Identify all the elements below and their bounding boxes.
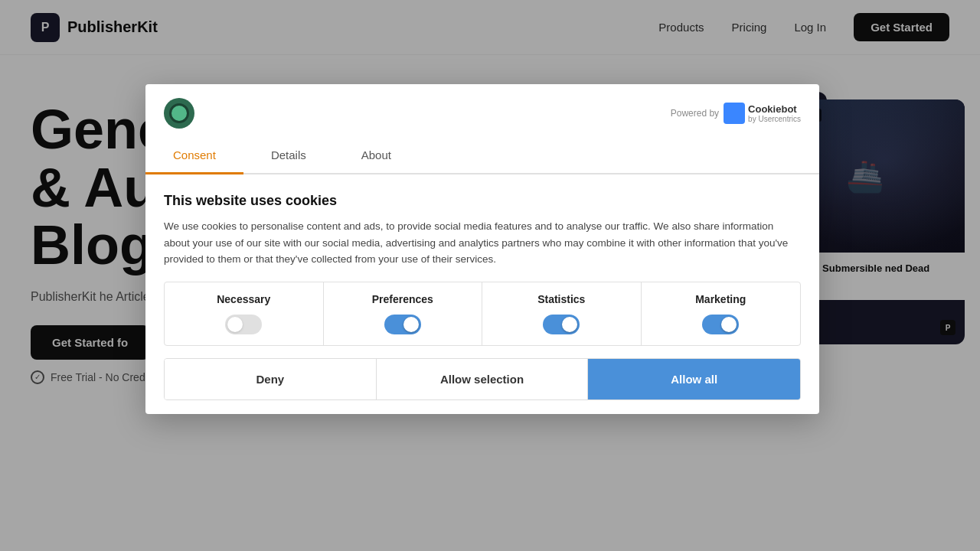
statistics-knob	[562, 317, 577, 332]
necessary-toggle[interactable]	[225, 315, 262, 334]
modal-title: This website uses cookies	[164, 193, 801, 209]
powered-by-section: Powered by Cookiebot by Usercentrics	[671, 103, 801, 124]
toggle-necessary: Necessary	[165, 282, 324, 345]
toggle-marketing: Marketing	[642, 282, 801, 345]
allow-all-button[interactable]: Allow all	[588, 359, 800, 399]
preferences-slider	[384, 315, 421, 334]
modal-action-buttons: Deny Allow selection Allow all	[164, 358, 801, 400]
cookiebot-logo-inner	[169, 103, 189, 123]
preferences-label: Preferences	[372, 293, 433, 305]
necessary-knob	[227, 317, 243, 332]
deny-button[interactable]: Deny	[165, 359, 377, 399]
marketing-slider	[702, 315, 739, 334]
statistics-label: Statistics	[537, 293, 585, 305]
tab-details[interactable]: Details	[243, 138, 334, 174]
statistics-slider	[543, 315, 580, 334]
toggle-preferences: Preferences	[324, 282, 483, 345]
modal-body: This website uses cookies We use cookies…	[145, 174, 819, 414]
modal-tabs: Consent Details About	[145, 138, 819, 174]
cookie-toggles: Necessary Preferences	[164, 282, 801, 346]
marketing-label: Marketing	[695, 293, 746, 305]
cookiebot-logo-icon	[164, 98, 194, 129]
cookiebot-name: Cookiebot	[748, 103, 801, 115]
powered-by-label: Powered by	[671, 108, 719, 119]
necessary-label: Necessary	[217, 293, 270, 305]
modal-description: We use cookies to personalise content an…	[164, 218, 801, 268]
tab-about[interactable]: About	[334, 138, 419, 174]
cookiebot-sub: by Usercentrics	[748, 115, 801, 123]
preferences-toggle[interactable]	[384, 315, 421, 334]
cookie-consent-modal: Powered by Cookiebot by Usercentrics Con…	[145, 84, 819, 414]
cookiebot-brand-icon	[724, 103, 745, 124]
preferences-knob	[403, 317, 419, 332]
necessary-slider	[225, 315, 262, 334]
tab-consent[interactable]: Consent	[145, 138, 243, 174]
statistics-toggle[interactable]	[543, 315, 580, 334]
cookiebot-branding: Cookiebot by Usercentrics	[724, 103, 801, 124]
modal-overlay: Powered by Cookiebot by Usercentrics Con…	[0, 0, 980, 551]
allow-selection-button[interactable]: Allow selection	[377, 359, 589, 399]
marketing-toggle[interactable]	[702, 315, 739, 334]
toggle-statistics: Statistics	[482, 282, 642, 345]
marketing-knob	[721, 317, 737, 332]
modal-header: Powered by Cookiebot by Usercentrics	[145, 84, 819, 129]
